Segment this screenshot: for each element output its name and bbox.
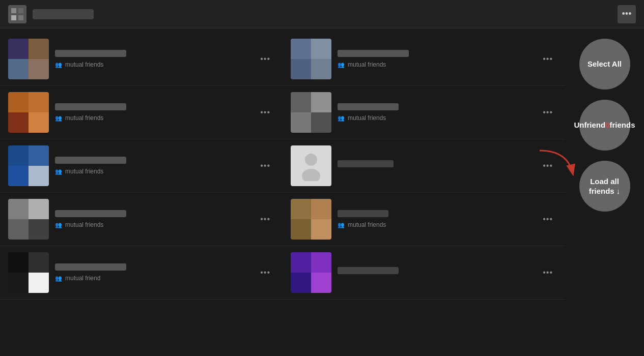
avatar [8,92,49,133]
friend-more-button[interactable]: ••• [256,266,274,279]
friends-list: 👥 mutual friends ••• 👥 [0,28,565,356]
friend-name [55,157,126,164]
friend-item: 👥 mutual friends ••• [0,86,283,139]
avatar [291,145,331,186]
mutual-icon: 👥 [55,222,62,228]
friend-more-button[interactable]: ••• [539,106,557,119]
user-avatar [8,5,26,23]
friends-grid: 👥 mutual friends ••• 👥 [0,33,565,300]
friend-info: 👥 mutual friends [338,103,533,122]
friend-name [55,263,126,271]
header: ••• [0,0,644,28]
mutual-text: mutual friends [348,114,386,122]
avatar [8,145,49,186]
avatar [291,199,331,240]
mutual-icon: 👥 [55,168,62,175]
friend-mutual: 👥 mutual friends [55,61,250,68]
friend-mutual: 👥 mutual friends [55,168,250,175]
friend-name [55,210,126,217]
svg-point-5 [302,169,320,181]
friend-info: 👥 mutual friends [55,50,250,68]
friend-item: 👥 mutual friends ••• [283,193,565,246]
friend-mutual: 👥 mutual friends [55,114,250,122]
friend-more-button[interactable]: ••• [539,52,557,66]
friend-info [338,267,533,278]
svg-point-4 [305,154,317,166]
mutual-icon: 👥 [338,62,345,68]
friend-more-button[interactable]: ••• [539,213,557,226]
friend-item: 👥 mutual friends ••• [283,86,565,139]
svg-rect-2 [11,15,16,20]
friend-item: 👥 mutual friends ••• [283,33,565,86]
friend-mutual: 👥 mutual friends [338,221,533,228]
friend-info [338,160,533,171]
mutual-text: mutual friends [348,221,386,228]
friend-name [55,50,126,57]
friend-info: 👥 mutual friends [55,103,250,122]
friend-info: 👥 mutual friends [55,157,250,175]
mutual-icon: 👥 [55,275,62,282]
avatar [291,39,331,79]
friend-info: 👥 mutual friend [55,263,250,282]
page-title [33,9,94,19]
friend-mutual: 👥 mutual friends [55,221,250,228]
header-more-button[interactable]: ••• [618,5,636,23]
friend-name [338,50,409,57]
friend-name [338,210,388,217]
main-content: 👥 mutual friends ••• 👥 [0,28,644,356]
avatar [8,39,49,79]
load-all-friends-button[interactable]: Load all friends ↓ [579,161,630,212]
svg-rect-0 [11,8,16,13]
friend-more-button[interactable]: ••• [539,266,557,279]
mutual-text: mutual friends [65,61,103,68]
friend-mutual: 👥 mutual friends [338,114,533,122]
friend-info: 👥 mutual friends [338,50,533,68]
friend-more-button[interactable]: ••• [256,213,274,226]
mutual-icon: 👥 [55,62,62,68]
select-all-button[interactable]: Select All [579,39,630,90]
friend-item: 👥 mutual friends ••• [0,139,283,193]
svg-rect-3 [18,15,23,20]
friend-item: 👥 mutual friend ••• [0,246,283,300]
mutual-text: mutual friends [348,61,386,68]
unfriend-button[interactable]: Unfriend 0 friends [579,100,630,151]
friend-more-button[interactable]: ••• [256,159,274,172]
friend-item: 👥 mutual friends ••• [0,33,283,86]
friend-mutual: 👥 mutual friends [338,61,533,68]
side-panel: Select All Unfriend 0 friends Load all f… [565,28,644,356]
friend-item: ••• [283,246,565,300]
header-left [8,5,94,23]
mutual-text: mutual friends [65,168,103,175]
friend-name [338,103,399,110]
mutual-icon: 👥 [338,115,345,122]
avatar [291,92,331,133]
avatar [291,252,331,293]
unfriend-count: 0 [605,120,609,130]
avatar [8,252,49,293]
mutual-text: mutual friend [65,275,100,282]
friend-item: 👥 mutual friends ••• [0,193,283,246]
friend-info: 👥 mutual friends [55,210,250,228]
svg-rect-1 [18,8,23,13]
unfriend-suffix: friends [610,120,635,130]
friend-name [338,160,394,167]
friend-more-button[interactable]: ••• [539,159,557,172]
friend-more-button[interactable]: ••• [256,52,274,66]
friend-name [55,103,126,110]
friend-name [338,267,399,274]
mutual-icon: 👥 [338,222,345,228]
mutual-text: mutual friends [65,114,103,122]
friend-more-button[interactable]: ••• [256,106,274,119]
friend-item: ••• [283,139,565,193]
friend-info: 👥 mutual friends [338,210,533,228]
mutual-text: mutual friends [65,221,103,228]
unfriend-label: Unfriend [574,120,605,130]
friend-mutual: 👥 mutual friend [55,275,250,282]
mutual-icon: 👥 [55,115,62,122]
avatar [8,199,49,240]
